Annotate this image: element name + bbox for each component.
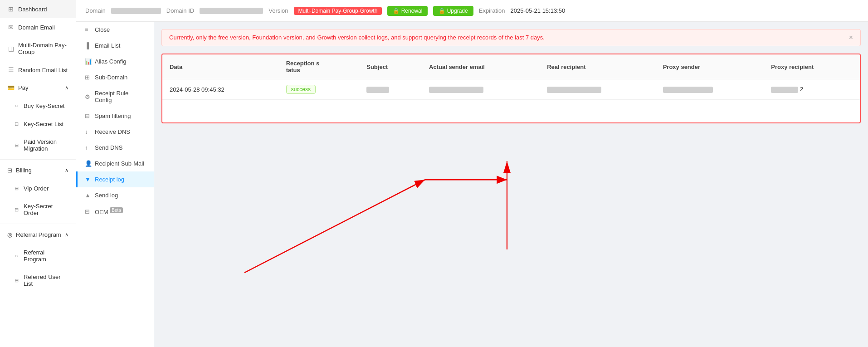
sidebar-item-referral-program[interactable]: ○ Referral Program (0, 244, 76, 268)
vip-order-icon: ⊟ (13, 185, 20, 192)
cell-proxy-sender (656, 79, 764, 100)
domain-email-icon: ✉ (7, 24, 15, 31)
sidebar-item-label: Key-Secret List (24, 121, 63, 127)
sidebar-item-multi-domain[interactable]: ◫ Multi-Domain Pay-Group (0, 36, 76, 61)
sub-sidebar-oem[interactable]: ⊟ OEM Beta (76, 203, 154, 220)
table-empty-row (162, 100, 860, 122)
billing-icon: ⊟ (7, 167, 12, 174)
cell-real-recipient (540, 79, 655, 100)
version-label: Version (268, 7, 288, 14)
sidebar-item-label: Multi-Domain Pay-Group (18, 42, 68, 55)
sidebar-item-dashboard[interactable]: ⊞ Dashboard (0, 0, 76, 18)
recipient-sub-mail-icon: 👤 (85, 160, 91, 167)
sidebar-item-paid-version[interactable]: ⊟ Paid Version Migration (0, 133, 76, 157)
oem-icon: ⊟ (85, 208, 91, 215)
col-header-actual-sender: Actual sender email (422, 54, 540, 79)
content-area: ≡ Close ▐ Email List 📊 Alias Config ⊞ Su… (76, 22, 868, 347)
alert-close-button[interactable]: × (849, 34, 853, 41)
sub-sidebar-spam-filtering[interactable]: ⊟ Spam filtering (76, 108, 154, 124)
sub-sidebar-recipient-sub-mail[interactable]: 👤 Recipient Sub-Mail (76, 156, 154, 171)
sidebar-item-label: Referred User List (24, 274, 68, 287)
sidebar-item-label: Domain Email (18, 24, 55, 31)
subject-value (366, 87, 389, 93)
col-header-proxy-sender: Proxy sender (656, 54, 764, 79)
spam-filtering-icon: ⊟ (85, 112, 91, 119)
referral-chevron-icon: ∧ (65, 232, 68, 238)
sub-sidebar-receive-dns[interactable]: ↓ Receive DNS (76, 124, 154, 140)
email-list-icon: ▐ (85, 42, 91, 49)
alert-banner: Currently, only the free version, Founda… (161, 29, 861, 46)
sub-sidebar-close[interactable]: ≡ Close (76, 22, 154, 38)
renewal-button[interactable]: 🔒 Renewal (387, 6, 428, 16)
sidebar-item-label: Buy Key-Secret (24, 103, 64, 109)
sidebar-item-vip-order[interactable]: ⊟ Vip Order (0, 179, 76, 197)
top-header: Domain Domain ID Version Multi-Domain Pa… (76, 0, 868, 22)
sidebar-item-random-email[interactable]: ☰ Random Email List (0, 61, 76, 79)
table-row: 2024-05-28 09:45:32 success (162, 79, 860, 100)
status-badge: success (286, 85, 316, 94)
domain-id-label: Domain ID (166, 7, 194, 14)
main-area: Domain Domain ID Version Multi-Domain Pa… (76, 0, 868, 347)
version-badge: Multi-Domain Pay-Group-Growth (294, 7, 382, 15)
expiration-label: Expiration (479, 7, 505, 14)
key-secret-order-icon: ⊟ (13, 206, 20, 213)
table-header-row: Data Reception status Subject Actual sen… (162, 54, 860, 79)
proxy-recipient-value (771, 87, 798, 93)
page-content: Currently, only the free version, Founda… (154, 22, 868, 347)
key-secret-list-icon: ⊟ (13, 120, 20, 127)
sidebar-group-billing[interactable]: ⊟ Billing ∧ (0, 161, 76, 179)
sub-sidebar-email-list[interactable]: ▐ Email List (76, 38, 154, 54)
referred-user-icon: ⊟ (13, 277, 20, 284)
alias-config-icon: 📊 (85, 58, 91, 65)
receive-dns-icon: ↓ (85, 128, 91, 135)
sub-domain-icon: ⊞ (85, 74, 91, 81)
domain-value (111, 8, 161, 14)
receipt-log-table: Data Reception status Subject Actual sen… (162, 54, 860, 122)
referral-label: Referral Program (16, 231, 61, 238)
sub-sidebar-alias-config[interactable]: 📊 Alias Config (76, 54, 154, 69)
send-log-icon: ▲ (85, 192, 91, 199)
close-icon: ≡ (85, 26, 91, 33)
sidebar-item-key-secret-order[interactable]: ⊟ Key-Secret Order (0, 197, 76, 222)
sidebar-item-label: Key-Secret Order (24, 203, 68, 216)
col-header-proxy-recipient: Proxy recipient (764, 54, 860, 79)
sub-sidebar-send-log[interactable]: ▲ Send log (76, 187, 154, 203)
col-header-subject: Subject (359, 54, 422, 79)
sidebar-group-pay[interactable]: 💳 Pay ∧ (0, 79, 76, 97)
sidebar-item-label: Random Email List (18, 67, 68, 73)
referral-icon: ◎ (7, 231, 12, 238)
sub-sidebar-send-dns[interactable]: ↑ Send DNS (76, 140, 154, 156)
expiration-value: 2025-05-21 15:13:50 (511, 7, 566, 14)
pay-icon: 💳 (7, 84, 15, 91)
proxy-sender-value (663, 87, 713, 93)
sidebar-group-referral[interactable]: ◎ Referral Program ∧ (0, 226, 76, 244)
receipt-log-table-container: Data Reception status Subject Actual sen… (161, 54, 861, 123)
sidebar-item-domain-email[interactable]: ✉ Domain Email (0, 18, 76, 36)
sidebar-item-label: Dashboard (18, 6, 47, 13)
cell-reception-status: success (279, 79, 360, 100)
sidebar-item-referred-user[interactable]: ⊟ Referred User List (0, 268, 76, 293)
cell-data: 2024-05-28 09:45:32 (162, 79, 279, 100)
cell-proxy-recipient: 2 (764, 79, 860, 100)
upgrade-button[interactable]: 🔒 Upgrade (433, 6, 473, 16)
alert-text: Currently, only the free version, Founda… (169, 34, 845, 41)
sub-sidebar-receipt-log[interactable]: ▼ Receipt log (76, 171, 154, 187)
col-header-real-recipient: Real recipient (540, 54, 655, 79)
real-recipient-value (547, 87, 601, 93)
sidebar-item-label: Vip Order (24, 185, 49, 192)
pay-label: Pay (18, 84, 28, 91)
cell-actual-sender (422, 79, 540, 100)
send-dns-icon: ↑ (85, 144, 91, 151)
sub-sidebar-receipt-rule[interactable]: ⚙ Receipt Rule Config (76, 85, 154, 108)
sidebar-item-buy-key[interactable]: ○ Buy Key-Secret (0, 97, 76, 115)
left-sidebar: ⊞ Dashboard ✉ Domain Email ◫ Multi-Domai… (0, 0, 76, 347)
dashboard-icon: ⊞ (7, 5, 15, 13)
multi-domain-icon: ◫ (7, 45, 15, 52)
divider2 (0, 224, 76, 224)
sub-sidebar-sub-domain[interactable]: ⊞ Sub-Domain (76, 69, 154, 85)
sidebar-item-key-secret-list[interactable]: ⊟ Key-Secret List (0, 115, 76, 133)
domain-label: Domain (85, 7, 106, 14)
actual-sender-value (429, 87, 483, 93)
buy-key-icon: ○ (13, 102, 20, 109)
referral-program-icon: ○ (13, 252, 20, 259)
